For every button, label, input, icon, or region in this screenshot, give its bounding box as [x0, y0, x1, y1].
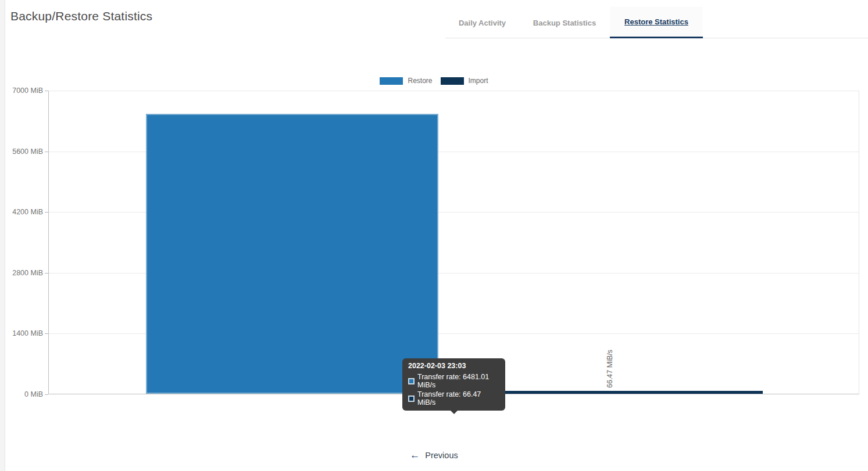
page-title: Backup/Restore Statistics — [10, 9, 152, 23]
pager: ← Previous — [0, 450, 868, 460]
chart-tooltip: 2022-02-03 23:03 Transfer rate: 6481.01 … — [402, 358, 505, 411]
tooltip-import-swatch — [408, 396, 415, 402]
chart-plot-area: 66.47 MiB/s — [48, 91, 859, 394]
y-tick-label: 0 MiB — [2, 390, 43, 398]
y-tick-label: 2800 MiB — [2, 269, 43, 277]
restore-bar[interactable] — [146, 114, 438, 394]
legend-item-restore[interactable]: Restore — [380, 77, 432, 85]
previous-label: Previous — [425, 451, 458, 460]
tab-backup-statistics[interactable]: Backup Statistics — [519, 7, 610, 38]
chart-legend: Restore Import — [0, 77, 868, 85]
restore-swatch — [380, 77, 403, 85]
y-tick-label: 7000 MiB — [2, 87, 43, 95]
left-arrow-icon: ← — [410, 450, 420, 460]
legend-item-import[interactable]: Import — [441, 77, 488, 85]
previous-button[interactable]: ← Previous — [410, 450, 458, 460]
tooltip-title: 2022-02-03 23:03 — [408, 362, 499, 370]
tooltip-row-import: Transfer rate: 66.47 MiB/s — [408, 390, 499, 407]
y-axis: 7000 MiB 5600 MiB 4200 MiB 2800 MiB 1400… — [0, 91, 48, 394]
tooltip-restore-swatch — [408, 378, 415, 384]
y-tick-label: 1400 MiB — [2, 329, 43, 337]
tab-daily-activity[interactable]: Daily Activity — [445, 7, 519, 38]
import-bar-value-label: 66.47 MiB/s — [606, 350, 614, 388]
tooltip-caret — [450, 410, 458, 414]
import-swatch — [441, 77, 464, 85]
tooltip-row-restore: Transfer rate: 6481.01 MiB/s — [408, 373, 499, 389]
y-tick-label: 4200 MiB — [2, 208, 43, 216]
tooltip-restore-text: Transfer rate: 6481.01 MiB/s — [417, 373, 499, 389]
y-tick-label: 5600 MiB — [2, 148, 43, 156]
legend-label-restore: Restore — [408, 77, 432, 85]
tab-restore-statistics[interactable]: Restore Statistics — [610, 7, 703, 38]
tab-bar: Daily Activity Backup Statistics Restore… — [445, 7, 868, 38]
tooltip-import-text: Transfer rate: 66.47 MiB/s — [417, 390, 499, 407]
y-tick-mark — [45, 394, 48, 395]
legend-label-import: Import — [469, 77, 488, 85]
